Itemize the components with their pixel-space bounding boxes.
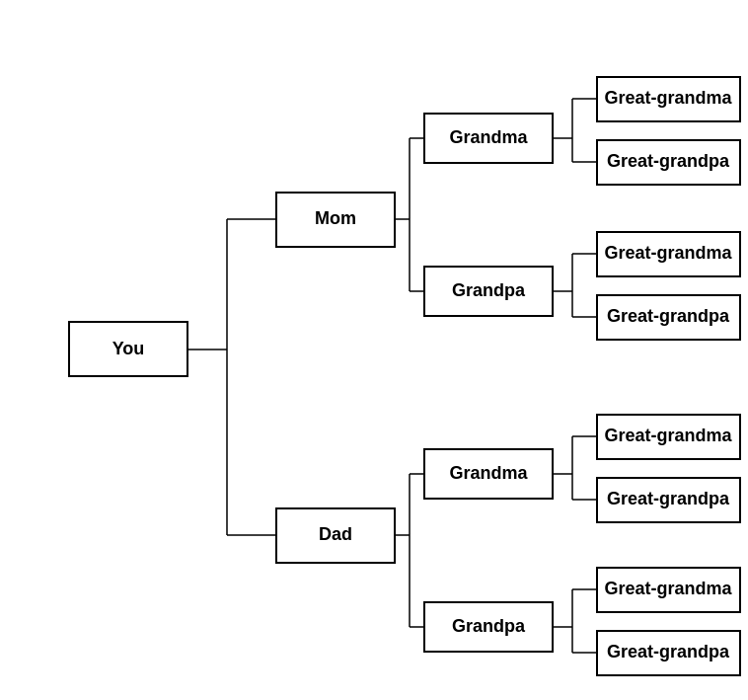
mom-label: Mom	[315, 208, 356, 228]
you-label: You	[112, 339, 145, 358]
gg2-label: Great-grandpa	[607, 151, 730, 171]
gg3-label: Great-grandma	[604, 243, 732, 263]
gg4-label: Great-grandpa	[607, 306, 730, 326]
gg6-label: Great-grandpa	[607, 489, 730, 508]
gg7-label: Great-grandma	[604, 579, 732, 598]
grandpa-mom-label: Grandpa	[452, 280, 526, 300]
grandma-dad-label: Grandma	[449, 463, 528, 483]
gg8-label: Great-grandpa	[607, 642, 730, 661]
family-tree: You Mom Dad Grandma Grandpa Grandma Gran…	[0, 0, 748, 700]
grandpa-dad-label: Grandpa	[452, 616, 526, 636]
grandma-mom-label: Grandma	[449, 127, 528, 147]
gg5-label: Great-grandma	[604, 426, 732, 445]
gg1-label: Great-grandma	[604, 88, 732, 108]
dad-label: Dad	[319, 524, 352, 544]
